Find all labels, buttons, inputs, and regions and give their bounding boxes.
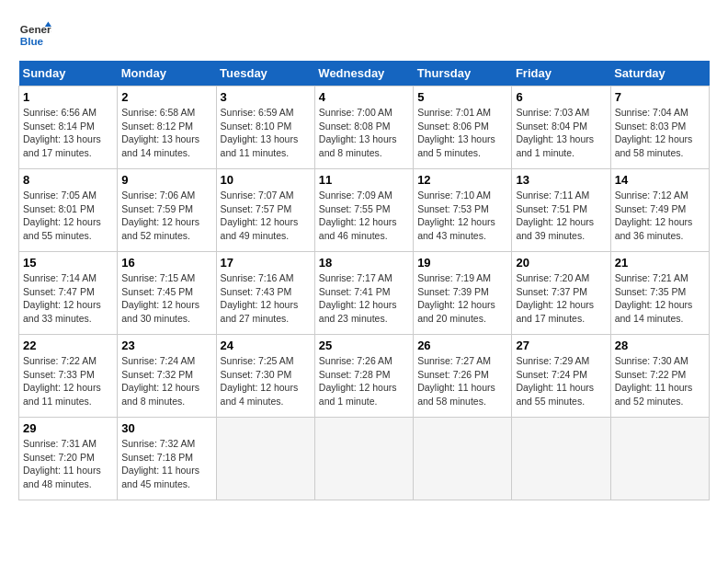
svg-text:Blue: Blue [20, 35, 44, 47]
calendar-cell: 4Sunrise: 7:00 AM Sunset: 8:08 PM Daylig… [314, 86, 413, 169]
day-number: 5 [417, 90, 507, 104]
day-number: 21 [615, 256, 705, 270]
day-content: Sunrise: 7:19 AM Sunset: 7:39 PM Dayligh… [417, 271, 507, 326]
day-number: 1 [23, 90, 113, 104]
calendar-cell: 13Sunrise: 7:11 AM Sunset: 7:51 PM Dayli… [512, 169, 610, 252]
calendar-week-2: 15Sunrise: 7:14 AM Sunset: 7:47 PM Dayli… [19, 252, 710, 335]
day-number: 11 [319, 173, 409, 187]
calendar-cell: 25Sunrise: 7:26 AM Sunset: 7:28 PM Dayli… [314, 335, 413, 418]
calendar-cell: 8Sunrise: 7:05 AM Sunset: 8:01 PM Daylig… [19, 169, 118, 252]
logo-icon: General Blue [18, 18, 51, 52]
calendar-cell [414, 418, 512, 500]
calendar-table: SundayMondayTuesdayWednesdayThursdayFrid… [18, 61, 710, 500]
day-content: Sunrise: 7:03 AM Sunset: 8:04 PM Dayligh… [516, 106, 606, 160]
day-number: 7 [615, 90, 705, 104]
day-number: 16 [121, 256, 211, 270]
day-number: 30 [121, 421, 211, 435]
calendar-cell: 3Sunrise: 6:59 AM Sunset: 8:10 PM Daylig… [216, 86, 314, 169]
day-number: 27 [516, 339, 606, 352]
day-content: Sunrise: 7:25 AM Sunset: 7:30 PM Dayligh… [221, 354, 311, 408]
day-content: Sunrise: 7:17 AM Sunset: 7:41 PM Dayligh… [319, 271, 409, 326]
page-header: General Blue [18, 18, 710, 52]
day-content: Sunrise: 7:07 AM Sunset: 7:57 PM Dayligh… [221, 189, 311, 243]
weekday-header-tuesday: Tuesday [216, 61, 314, 86]
calendar-cell: 11Sunrise: 7:09 AM Sunset: 7:55 PM Dayli… [314, 169, 413, 252]
day-content: Sunrise: 7:01 AM Sunset: 8:06 PM Dayligh… [417, 106, 507, 160]
calendar-cell: 18Sunrise: 7:17 AM Sunset: 7:41 PM Dayli… [314, 252, 413, 335]
day-content: Sunrise: 7:12 AM Sunset: 7:49 PM Dayligh… [615, 189, 705, 243]
day-content: Sunrise: 7:31 AM Sunset: 7:20 PM Dayligh… [23, 437, 113, 491]
calendar-cell: 7Sunrise: 7:04 AM Sunset: 8:03 PM Daylig… [610, 86, 709, 169]
day-content: Sunrise: 7:32 AM Sunset: 7:18 PM Dayligh… [121, 437, 211, 491]
weekday-header-friday: Friday [512, 61, 610, 86]
calendar-cell: 29Sunrise: 7:31 AM Sunset: 7:20 PM Dayli… [19, 418, 118, 500]
calendar-body: 1Sunrise: 6:56 AM Sunset: 8:14 PM Daylig… [19, 86, 710, 500]
calendar-cell: 12Sunrise: 7:10 AM Sunset: 7:53 PM Dayli… [414, 169, 512, 252]
day-content: Sunrise: 7:06 AM Sunset: 7:59 PM Dayligh… [121, 189, 211, 243]
calendar-cell: 17Sunrise: 7:16 AM Sunset: 7:43 PM Dayli… [216, 252, 314, 335]
day-number: 10 [221, 173, 311, 187]
day-content: Sunrise: 7:10 AM Sunset: 7:53 PM Dayligh… [417, 189, 507, 243]
weekday-header-monday: Monday [118, 61, 216, 86]
day-number: 9 [121, 173, 211, 187]
logo: General Blue [18, 18, 51, 52]
day-number: 6 [516, 90, 606, 104]
day-content: Sunrise: 7:21 AM Sunset: 7:35 PM Dayligh… [615, 271, 705, 326]
calendar-cell: 10Sunrise: 7:07 AM Sunset: 7:57 PM Dayli… [216, 169, 314, 252]
day-number: 2 [121, 90, 211, 104]
calendar-week-4: 29Sunrise: 7:31 AM Sunset: 7:20 PM Dayli… [19, 418, 710, 500]
calendar-week-1: 8Sunrise: 7:05 AM Sunset: 8:01 PM Daylig… [19, 169, 710, 252]
calendar-cell [314, 418, 413, 500]
day-content: Sunrise: 7:30 AM Sunset: 7:22 PM Dayligh… [615, 354, 705, 408]
calendar-cell: 9Sunrise: 7:06 AM Sunset: 7:59 PM Daylig… [118, 169, 216, 252]
calendar-cell: 15Sunrise: 7:14 AM Sunset: 7:47 PM Dayli… [19, 252, 118, 335]
weekday-header-saturday: Saturday [610, 61, 709, 86]
weekday-header-row: SundayMondayTuesdayWednesdayThursdayFrid… [19, 61, 710, 86]
day-content: Sunrise: 7:05 AM Sunset: 8:01 PM Dayligh… [23, 189, 113, 243]
day-number: 18 [319, 256, 409, 270]
day-content: Sunrise: 6:56 AM Sunset: 8:14 PM Dayligh… [23, 106, 113, 160]
calendar-cell: 20Sunrise: 7:20 AM Sunset: 7:37 PM Dayli… [512, 252, 610, 335]
day-content: Sunrise: 7:24 AM Sunset: 7:32 PM Dayligh… [121, 354, 211, 408]
day-number: 8 [23, 173, 113, 187]
calendar-cell: 14Sunrise: 7:12 AM Sunset: 7:49 PM Dayli… [610, 169, 709, 252]
day-content: Sunrise: 6:59 AM Sunset: 8:10 PM Dayligh… [221, 106, 311, 160]
calendar-cell: 2Sunrise: 6:58 AM Sunset: 8:12 PM Daylig… [118, 86, 216, 169]
day-number: 19 [417, 256, 507, 270]
day-number: 13 [516, 173, 606, 187]
day-number: 12 [417, 173, 507, 187]
calendar-cell: 28Sunrise: 7:30 AM Sunset: 7:22 PM Dayli… [610, 335, 709, 418]
weekday-header-wednesday: Wednesday [314, 61, 413, 86]
day-number: 14 [615, 173, 705, 187]
calendar-cell: 19Sunrise: 7:19 AM Sunset: 7:39 PM Dayli… [414, 252, 512, 335]
calendar-week-0: 1Sunrise: 6:56 AM Sunset: 8:14 PM Daylig… [19, 86, 710, 169]
day-content: Sunrise: 7:20 AM Sunset: 7:37 PM Dayligh… [516, 271, 606, 326]
calendar-cell: 30Sunrise: 7:32 AM Sunset: 7:18 PM Dayli… [118, 418, 216, 500]
day-number: 17 [221, 256, 311, 270]
day-content: Sunrise: 7:04 AM Sunset: 8:03 PM Dayligh… [615, 106, 705, 160]
day-number: 23 [121, 339, 211, 352]
calendar-cell: 16Sunrise: 7:15 AM Sunset: 7:45 PM Dayli… [118, 252, 216, 335]
day-number: 28 [615, 339, 705, 352]
day-content: Sunrise: 7:09 AM Sunset: 7:55 PM Dayligh… [319, 189, 409, 243]
day-content: Sunrise: 7:11 AM Sunset: 7:51 PM Dayligh… [516, 189, 606, 243]
calendar-cell: 26Sunrise: 7:27 AM Sunset: 7:26 PM Dayli… [414, 335, 512, 418]
calendar-cell [216, 418, 314, 500]
day-content: Sunrise: 7:22 AM Sunset: 7:33 PM Dayligh… [23, 354, 113, 408]
day-content: Sunrise: 6:58 AM Sunset: 8:12 PM Dayligh… [121, 106, 211, 160]
day-content: Sunrise: 7:16 AM Sunset: 7:43 PM Dayligh… [221, 271, 311, 326]
day-number: 26 [417, 339, 507, 352]
day-number: 20 [516, 256, 606, 270]
weekday-header-sunday: Sunday [19, 61, 118, 86]
calendar-cell: 21Sunrise: 7:21 AM Sunset: 7:35 PM Dayli… [610, 252, 709, 335]
calendar-cell: 23Sunrise: 7:24 AM Sunset: 7:32 PM Dayli… [118, 335, 216, 418]
day-number: 25 [319, 339, 409, 352]
day-content: Sunrise: 7:29 AM Sunset: 7:24 PM Dayligh… [516, 354, 606, 408]
day-number: 4 [319, 90, 409, 104]
day-number: 24 [221, 339, 311, 352]
calendar-week-3: 22Sunrise: 7:22 AM Sunset: 7:33 PM Dayli… [19, 335, 710, 418]
calendar-cell: 24Sunrise: 7:25 AM Sunset: 7:30 PM Dayli… [216, 335, 314, 418]
day-number: 22 [23, 339, 113, 352]
calendar-cell: 22Sunrise: 7:22 AM Sunset: 7:33 PM Dayli… [19, 335, 118, 418]
day-content: Sunrise: 7:00 AM Sunset: 8:08 PM Dayligh… [319, 106, 409, 160]
